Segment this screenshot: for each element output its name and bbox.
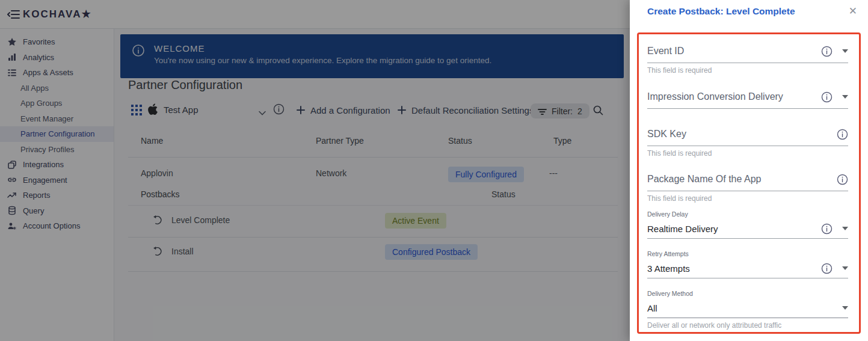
- app-window: KOCHAVA★ Favorites Analytics Apps & Asse…: [0, 0, 868, 341]
- chevron-down-icon[interactable]: [259, 107, 266, 112]
- star-icon: [7, 37, 17, 47]
- list-icon: [7, 68, 17, 78]
- filter-icon: [538, 108, 547, 115]
- welcome-banner: WELCOME You're now using our new & impro…: [120, 34, 624, 78]
- package-name-field[interactable]: Package Name Of the App This field is re…: [647, 168, 848, 203]
- sidebar-item-event-manager[interactable]: Event Manager: [0, 111, 114, 127]
- postback-name: Install: [171, 247, 194, 256]
- add-configuration-button[interactable]: Add a Configuration: [297, 103, 390, 117]
- sidebar-item-label: Analytics: [23, 53, 54, 62]
- impression-conversion-delivery-field[interactable]: Impression Conversion Delivery: [647, 85, 848, 109]
- banner-message: You're now using our new & improved expe…: [154, 56, 491, 65]
- sidebar-item-label: Account Options: [23, 221, 80, 230]
- field-label: Impression Conversion Delivery: [647, 91, 821, 102]
- sidebar-item-label: App Groups: [20, 99, 62, 108]
- grid-view-icon[interactable]: [131, 105, 142, 115]
- field-label: Event ID: [647, 46, 821, 57]
- info-icon[interactable]: [821, 46, 833, 57]
- bar-chart-icon: [7, 52, 17, 62]
- sidebar-item-label: Reports: [23, 191, 51, 200]
- filter-button[interactable]: Filter: 2: [531, 103, 589, 118]
- field-label: Package Name Of the App: [647, 174, 837, 185]
- banner-title: WELCOME: [154, 43, 205, 54]
- status-badge: Active Event: [385, 213, 446, 229]
- apple-icon: [148, 103, 158, 114]
- sidebar-item-engagement[interactable]: Engagement: [0, 173, 114, 188]
- dropdown-caret-icon[interactable]: [842, 227, 848, 230]
- sidebar: Favorites Analytics Apps & Assets All Ap…: [0, 29, 114, 341]
- column-header-partner-type: Partner Type: [316, 136, 364, 146]
- field-value: All: [647, 303, 833, 313]
- sidebar-item-label: Apps & Assets: [23, 68, 73, 77]
- info-icon: [132, 44, 145, 57]
- postback-name: Level Complete: [171, 215, 230, 225]
- close-icon[interactable]: ✕: [849, 5, 857, 18]
- add-configuration-label: Add a Configuration: [310, 105, 390, 115]
- sidebar-item-favorites[interactable]: Favorites: [0, 34, 114, 50]
- panel-title: Create Postback: Level Complete: [647, 6, 795, 17]
- delivery-delay-field[interactable]: Delivery Delay Realtime Delivery: [647, 210, 848, 239]
- event-id-field[interactable]: Event ID This field is required: [647, 40, 848, 75]
- dropdown-caret-icon[interactable]: [842, 49, 848, 53]
- top-bar: KOCHAVA★: [0, 0, 630, 29]
- field-helper: This field is required: [647, 149, 848, 158]
- sidebar-item-account-options[interactable]: Account Options: [0, 218, 114, 234]
- field-small-label: Retry Attempts: [647, 250, 848, 259]
- info-icon[interactable]: [837, 174, 848, 185]
- sidebar-item-all-apps[interactable]: All Apps: [0, 81, 114, 96]
- divider: [128, 237, 618, 238]
- divider: [128, 205, 618, 206]
- sidebar-item-label: Partner Configuration: [20, 129, 95, 138]
- trend-icon: [7, 191, 17, 200]
- sdk-key-field[interactable]: SDK Key This field is required: [647, 123, 848, 158]
- postbacks-section-label: Postbacks: [141, 189, 180, 199]
- partner-name: Applovin: [141, 168, 173, 178]
- sidebar-item-label: Event Manager: [20, 114, 73, 123]
- sidebar-item-app-groups[interactable]: App Groups: [0, 96, 114, 111]
- field-helper: This field is required: [647, 194, 848, 203]
- sidebar-item-partner-configuration[interactable]: Partner Configuration: [0, 126, 114, 142]
- partner-type: Network: [316, 168, 346, 178]
- field-helper: Deliver all or network only attributed t…: [647, 321, 848, 330]
- integrations-icon: [7, 160, 17, 170]
- app-info-icon[interactable]: [273, 103, 285, 115]
- divider: [128, 157, 618, 158]
- menu-toggle-icon[interactable]: [7, 8, 20, 20]
- sidebar-item-label: Favorites: [23, 37, 55, 46]
- dropdown-caret-icon[interactable]: [842, 306, 848, 310]
- dropdown-caret-icon[interactable]: [842, 266, 848, 270]
- default-reconciliation-button[interactable]: Default Reconciliation Settings: [398, 103, 534, 117]
- sidebar-item-integrations[interactable]: Integrations: [0, 157, 114, 173]
- info-icon[interactable]: [821, 91, 833, 103]
- sidebar-item-analytics[interactable]: Analytics: [0, 50, 114, 66]
- main-content: WELCOME You're now using our new & impro…: [114, 29, 630, 341]
- field-value: Realtime Delivery: [647, 224, 821, 234]
- column-header-name: Name: [141, 136, 163, 146]
- dropdown-caret-icon[interactable]: [842, 95, 848, 99]
- sidebar-item-label: Engagement: [23, 176, 67, 185]
- status-badge: Fully Configured: [448, 167, 524, 182]
- link-icon: [7, 175, 17, 185]
- create-postback-panel: Create Postback: Level Complete ✕ Event …: [630, 0, 868, 341]
- delivery-method-field[interactable]: Delivery Method All Deliver all or netwo…: [647, 290, 848, 330]
- account-gear-icon: [7, 221, 17, 231]
- field-value: 3 Attempts: [647, 263, 821, 274]
- sidebar-item-reports[interactable]: Reports: [0, 188, 114, 203]
- sidebar-item-privacy-profiles[interactable]: Privacy Profiles: [0, 142, 114, 158]
- status-badge: Configured Postback: [385, 244, 478, 260]
- type-value: ---: [549, 168, 558, 178]
- field-helper: This field is required: [647, 66, 848, 75]
- search-icon[interactable]: [593, 105, 603, 115]
- info-icon[interactable]: [821, 223, 833, 235]
- filter-label: Filter:: [552, 106, 573, 116]
- info-icon[interactable]: [837, 129, 848, 140]
- postback-arrow-icon: [152, 215, 162, 226]
- info-icon[interactable]: [821, 263, 833, 274]
- status-subheader: Status: [491, 189, 516, 199]
- sidebar-item-apps-assets[interactable]: Apps & Assets: [0, 65, 114, 81]
- kochava-logo: KOCHAVA★: [23, 8, 92, 20]
- divider: [128, 271, 618, 272]
- sidebar-item-query[interactable]: Query: [0, 203, 114, 219]
- app-selector[interactable]: Test App: [164, 105, 199, 115]
- retry-attempts-field[interactable]: Retry Attempts 3 Attempts: [647, 250, 848, 278]
